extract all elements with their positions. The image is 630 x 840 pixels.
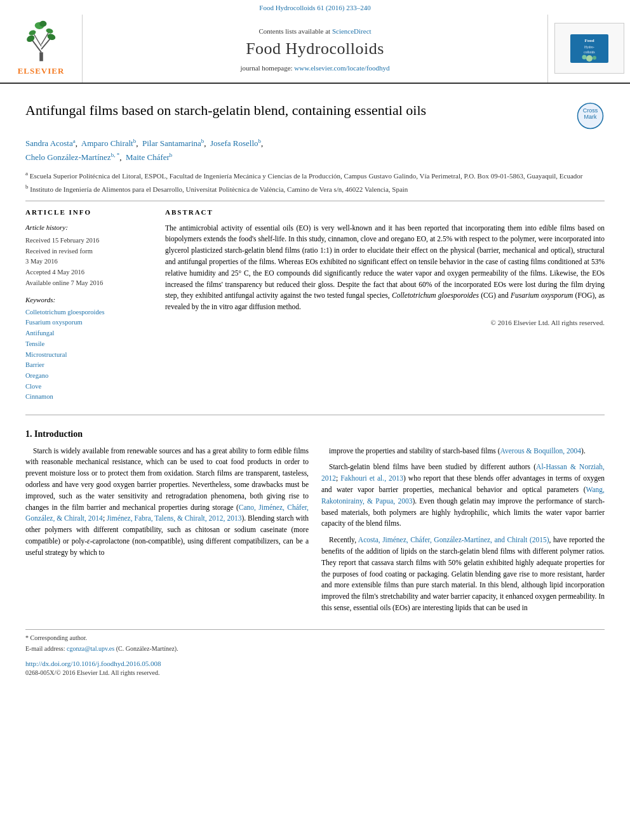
svg-line-2 <box>41 39 50 50</box>
intro-para-1: Starch is widely available from renewabl… <box>25 446 309 559</box>
introduction-section: 1. Introduction Starch is widely availab… <box>25 428 605 619</box>
ref-averous[interactable]: Averous & Boquillon, 2004 <box>500 447 582 455</box>
svg-point-16 <box>582 55 586 59</box>
article-info-abstract: ARTICLE INFO Article history: Received 1… <box>25 208 605 403</box>
keywords-label: Keywords: <box>25 295 152 305</box>
keywords-section: Keywords: Colletotrichum gloesporoides F… <box>25 295 152 402</box>
article-info-col: ARTICLE INFO Article history: Received 1… <box>25 208 152 403</box>
svg-rect-0 <box>39 53 43 62</box>
svg-point-8 <box>45 28 53 34</box>
history-online: Available online 7 May 2016 <box>25 279 152 288</box>
fh-logo-icon: Food Hydro- colloids <box>570 34 608 63</box>
elsevier-text: ELSEVIER <box>18 65 65 77</box>
keyword-7: Clove <box>25 382 152 392</box>
svg-text:Food: Food <box>584 38 594 43</box>
doi-link[interactable]: http://dx.doi.org/10.1016/j.foodhyd.2016… <box>25 660 161 667</box>
ref-fakhouri[interactable]: Fakhouri et al., 2013 <box>340 474 403 482</box>
homepage-link[interactable]: www.elsevier.com/locate/foodhyd <box>294 64 389 72</box>
keyword-3: Tensile <box>25 340 152 349</box>
abstract-header: ABSTRACT <box>165 208 605 217</box>
author-acosta[interactable]: Sandra Acosta <box>25 138 73 148</box>
elsevier-logo: ELSEVIER <box>18 20 65 77</box>
fh-small-logo: Food Hydro- colloids <box>554 23 624 74</box>
fh-logo-container: Food Hydro- colloids <box>547 15 630 82</box>
elsevier-tree-icon <box>22 20 60 64</box>
history-revised-date: 3 May 2016 <box>25 257 152 267</box>
issn-line: 0268-005X/© 2016 Elsevier Ltd. All right… <box>25 669 605 677</box>
authors-line: Sandra Acostaa, Amparo Chiraltb, Pilar S… <box>25 137 605 164</box>
divider-1 <box>25 201 605 201</box>
keyword-1: Fusarium oxysporum <box>25 318 152 328</box>
ref-wang[interactable]: Wang, Rakotonirainy, & Papua, 2003 <box>321 486 605 505</box>
intro-para-right-3: Recently, Acosta, Jiménez, Cháfer, Gonzá… <box>321 535 605 614</box>
keyword-5: Barrier <box>25 361 152 370</box>
svg-point-17 <box>593 56 596 60</box>
footnote-section: * Corresponding author. E-mail address: … <box>25 629 605 677</box>
keyword-6: Oregano <box>25 371 152 381</box>
author-chafer[interactable]: Maite Cháfer <box>126 152 170 162</box>
email-link[interactable]: cgonza@tal.upv.es <box>67 645 114 652</box>
abstract-col: ABSTRACT The antimicrobial activity of e… <box>165 208 605 403</box>
journal-header: ELSEVIER Contents lists available at Sci… <box>0 15 630 83</box>
affiliation-b: b Instituto de Ingeniería de Alimentos p… <box>25 183 605 194</box>
author-gonzalez[interactable]: Chelo González-Martínez <box>25 152 111 162</box>
contents-label: Contents lists available at ScienceDirec… <box>258 27 371 36</box>
svg-point-7 <box>28 30 36 37</box>
ref-acosta-2015[interactable]: Acosta, Jiménez, Cháfer, González-Martín… <box>358 536 549 543</box>
corresponding-author: * Corresponding author. <box>25 634 605 643</box>
journal-title: Food Hydrocolloids <box>246 37 384 60</box>
svg-point-10 <box>39 21 46 27</box>
intro-title: 1. Introduction <box>25 428 605 441</box>
history-received: Received 15 February 2016 <box>25 236 152 246</box>
history-accepted: Accepted 4 May 2016 <box>25 268 152 277</box>
history-revised-label: Received in revised form <box>25 247 152 257</box>
sciencedirect-link[interactable]: ScienceDirect <box>332 27 372 35</box>
email-line: E-mail address: cgonza@tal.upv.es (C. Go… <box>25 644 605 653</box>
article-history-label: Article history: <box>25 223 152 232</box>
elsevier-logo-container: ELSEVIER <box>0 15 83 82</box>
svg-text:Cross: Cross <box>583 107 598 114</box>
journal-top-citation: Food Hydrocolloids 61 (2016) 233–240 <box>0 0 630 15</box>
abstract-text: The antimicrobial activity of essential … <box>165 223 605 314</box>
svg-text:Mark: Mark <box>584 114 597 120</box>
intro-col-left: Starch is widely available from renewabl… <box>25 446 309 619</box>
author-santamarina[interactable]: Pilar Santamarina <box>142 138 201 148</box>
keyword-8: Cinnamon <box>25 392 152 402</box>
affiliation-a: a Escuela Superior Politécnica del Litor… <box>25 170 605 181</box>
keyword-0: Colletotrichum gloesporoides <box>25 308 152 317</box>
article-content: Antifungal films based on starch-gelatin… <box>0 84 630 691</box>
journal-homepage: journal homepage: www.elsevier.com/locat… <box>240 63 389 73</box>
keyword-2: Antifungal <box>25 329 152 338</box>
intro-body: Starch is widely available from renewabl… <box>25 446 605 619</box>
copyright-line: © 2016 Elsevier Ltd. All rights reserved… <box>165 318 605 328</box>
svg-line-1 <box>32 41 41 53</box>
keyword-4: Microstructural <box>25 350 152 360</box>
intro-para-right-1: improve the properties and stability of … <box>321 446 605 457</box>
svg-text:Hydro-: Hydro- <box>584 45 594 49</box>
divider-2 <box>25 415 605 415</box>
intro-para-right-2: Starch-gelatin blend films have been stu… <box>321 462 605 530</box>
journal-info-center: Contents lists available at ScienceDirec… <box>83 15 547 82</box>
svg-text:colloids: colloids <box>584 50 594 54</box>
article-info-header: ARTICLE INFO <box>25 208 152 217</box>
ref-jimenez-2012[interactable]: Jiménez, Fabra, Talens, & Chiralt, 2012,… <box>107 514 241 522</box>
article-title-section: Antifungal films based on starch-gelatin… <box>25 102 605 130</box>
crossmark-icon: Cross Mark <box>576 102 605 130</box>
article-title: Antifungal films based on starch-gelatin… <box>25 102 426 120</box>
svg-point-15 <box>586 55 593 62</box>
intro-col-right: improve the properties and stability of … <box>321 446 605 619</box>
author-rosello[interactable]: Josefa Rosello <box>210 138 258 148</box>
affiliations: a Escuela Superior Politécnica del Litor… <box>25 170 605 194</box>
author-chiralt[interactable]: Amparo Chiralt <box>81 138 133 148</box>
